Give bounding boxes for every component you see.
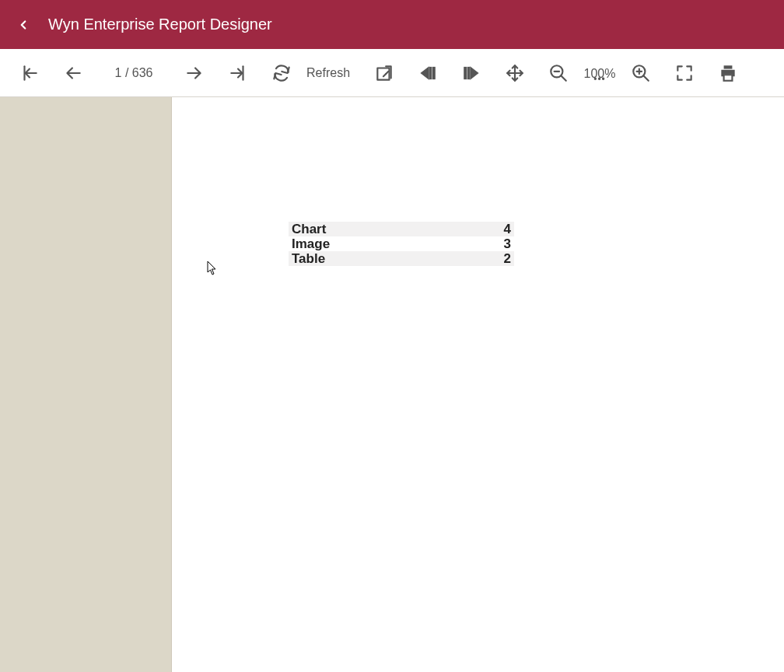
viewer-toolbar: 1 / 636 Refresh 100% •••: [0, 49, 784, 97]
row-label: Chart: [292, 222, 326, 236]
history-forward-button[interactable]: [450, 49, 493, 97]
pan-mode-button[interactable]: [493, 49, 537, 97]
fullscreen-button[interactable]: [663, 49, 706, 97]
print-button[interactable]: [706, 49, 750, 97]
refresh-icon: [271, 63, 292, 83]
workspace: Chart 4 Image 3 Table 2: [0, 97, 784, 672]
svg-rect-8: [429, 67, 432, 79]
zoom-out-icon: [548, 63, 569, 83]
table-row: Chart 4: [289, 222, 514, 236]
refresh-label[interactable]: Refresh: [303, 66, 362, 80]
move-icon: [505, 63, 525, 83]
history-forward-icon: [461, 63, 481, 83]
last-page-icon: [228, 63, 248, 83]
page-indicator[interactable]: 1 / 636: [95, 66, 173, 80]
row-value: 4: [504, 222, 511, 236]
app-header: Wyn Enterprise Report Designer: [0, 0, 784, 49]
svg-rect-10: [464, 67, 467, 79]
last-page-button[interactable]: [216, 49, 260, 97]
history-back-icon: [418, 63, 438, 83]
zoom-in-button[interactable]: [619, 49, 663, 97]
first-page-icon: [19, 63, 40, 83]
zoom-out-button[interactable]: [537, 49, 580, 97]
svg-line-16: [561, 75, 566, 81]
svg-rect-23: [724, 75, 733, 81]
svg-marker-7: [421, 67, 429, 79]
zoom-in-icon: [631, 63, 651, 83]
svg-line-19: [643, 75, 649, 81]
cancel-icon: [374, 63, 394, 83]
svg-rect-11: [467, 67, 470, 79]
first-page-button[interactable]: [8, 49, 51, 97]
print-icon: [718, 63, 738, 83]
next-page-button[interactable]: [173, 49, 216, 97]
prev-page-button[interactable]: [51, 49, 95, 97]
svg-rect-6: [377, 68, 389, 79]
report-table: Chart 4 Image 3 Table 2: [289, 222, 514, 266]
app-title: Wyn Enterprise Report Designer: [48, 16, 272, 33]
cancel-button[interactable]: [362, 49, 406, 97]
table-row: Table 2: [289, 251, 514, 266]
row-label: Table: [292, 251, 325, 266]
arrow-right-icon: [184, 63, 205, 83]
svg-marker-12: [471, 67, 478, 79]
report-canvas[interactable]: Chart 4 Image 3 Table 2: [172, 97, 784, 672]
svg-rect-22: [724, 65, 733, 68]
outline-panel[interactable]: [0, 97, 172, 672]
row-label: Image: [292, 236, 330, 251]
zoom-level[interactable]: 100% •••: [580, 67, 619, 79]
svg-rect-9: [433, 67, 436, 79]
history-back-button[interactable]: [406, 49, 450, 97]
row-value: 3: [504, 236, 511, 251]
chevron-left-icon: [16, 18, 30, 32]
fullscreen-icon: [674, 63, 695, 83]
arrow-left-icon: [63, 63, 83, 83]
refresh-button[interactable]: [260, 49, 303, 97]
table-row: Image 3: [289, 236, 514, 251]
row-value: 2: [504, 251, 511, 266]
back-button[interactable]: [14, 18, 33, 32]
